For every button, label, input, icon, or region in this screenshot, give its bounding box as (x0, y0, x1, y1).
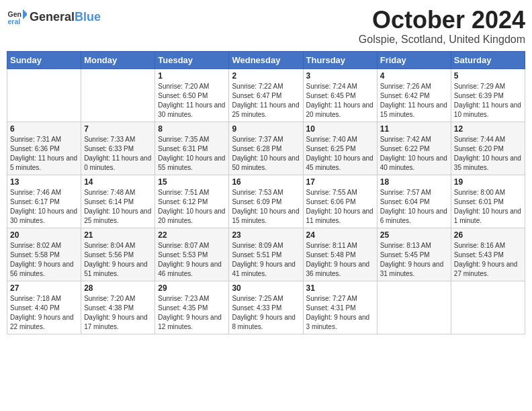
calendar-cell: 19Sunrise: 8:00 AM Sunset: 6:01 PM Dayli… (451, 175, 525, 228)
calendar-week-5: 27Sunrise: 7:18 AM Sunset: 4:40 PM Dayli… (7, 281, 525, 334)
calendar-cell: 20Sunrise: 8:02 AM Sunset: 5:58 PM Dayli… (7, 228, 81, 281)
day-detail: Sunrise: 7:57 AM Sunset: 6:04 PM Dayligh… (380, 188, 448, 226)
day-detail: Sunrise: 7:27 AM Sunset: 4:31 PM Dayligh… (306, 294, 374, 332)
day-detail: Sunrise: 7:29 AM Sunset: 6:39 PM Dayligh… (454, 82, 522, 120)
logo: Gen eral GeneralBlue (7, 7, 101, 27)
day-detail: Sunrise: 7:48 AM Sunset: 6:14 PM Dayligh… (84, 188, 152, 226)
weekday-header-sunday: Sunday (7, 51, 81, 68)
day-number: 21 (84, 230, 152, 240)
calendar-cell: 22Sunrise: 8:07 AM Sunset: 5:53 PM Dayli… (155, 228, 229, 281)
day-number: 10 (306, 124, 374, 134)
day-detail: Sunrise: 7:40 AM Sunset: 6:25 PM Dayligh… (306, 135, 374, 173)
day-number: 20 (10, 230, 78, 240)
day-detail: Sunrise: 7:53 AM Sunset: 6:09 PM Dayligh… (232, 188, 300, 226)
day-number: 12 (454, 124, 522, 134)
day-detail: Sunrise: 7:55 AM Sunset: 6:06 PM Dayligh… (306, 188, 374, 226)
calendar-cell (81, 68, 155, 122)
day-detail: Sunrise: 8:09 AM Sunset: 5:51 PM Dayligh… (232, 241, 300, 279)
day-number: 11 (380, 124, 448, 134)
calendar-cell: 4Sunrise: 7:26 AM Sunset: 6:42 PM Daylig… (377, 68, 451, 122)
calendar-cell: 17Sunrise: 7:55 AM Sunset: 6:06 PM Dayli… (303, 175, 377, 228)
day-detail: Sunrise: 8:07 AM Sunset: 5:53 PM Dayligh… (158, 241, 226, 279)
calendar-cell: 8Sunrise: 7:35 AM Sunset: 6:31 PM Daylig… (155, 122, 229, 175)
day-detail: Sunrise: 8:16 AM Sunset: 5:43 PM Dayligh… (454, 241, 522, 279)
day-detail: Sunrise: 7:46 AM Sunset: 6:17 PM Dayligh… (10, 188, 78, 226)
day-detail: Sunrise: 7:31 AM Sunset: 6:36 PM Dayligh… (10, 135, 78, 173)
day-detail: Sunrise: 7:20 AM Sunset: 4:38 PM Dayligh… (84, 294, 152, 332)
day-number: 9 (232, 124, 300, 134)
day-number: 16 (232, 177, 300, 187)
day-detail: Sunrise: 7:24 AM Sunset: 6:45 PM Dayligh… (306, 82, 374, 120)
page-header: Gen eral GeneralBlue October 2024 Golspi… (7, 7, 525, 46)
day-number: 19 (454, 177, 522, 187)
day-number: 23 (232, 230, 300, 240)
weekday-header-row: SundayMondayTuesdayWednesdayThursdayFrid… (7, 51, 525, 68)
day-number: 28 (84, 283, 152, 293)
day-number: 2 (232, 71, 300, 81)
title-section: October 2024 Golspie, Scotland, United K… (359, 7, 525, 46)
day-detail: Sunrise: 7:18 AM Sunset: 4:40 PM Dayligh… (10, 294, 78, 332)
calendar-cell: 26Sunrise: 8:16 AM Sunset: 5:43 PM Dayli… (451, 228, 525, 281)
logo-general: GeneralBlue (30, 11, 101, 23)
day-detail: Sunrise: 7:44 AM Sunset: 6:20 PM Dayligh… (454, 135, 522, 173)
calendar-cell (451, 281, 525, 334)
calendar-cell: 6Sunrise: 7:31 AM Sunset: 6:36 PM Daylig… (7, 122, 81, 175)
calendar-cell: 5Sunrise: 7:29 AM Sunset: 6:39 PM Daylig… (451, 68, 525, 122)
day-number: 3 (306, 71, 374, 81)
calendar-cell: 2Sunrise: 7:22 AM Sunset: 6:47 PM Daylig… (229, 68, 303, 122)
calendar-cell (7, 68, 81, 122)
day-detail: Sunrise: 7:37 AM Sunset: 6:28 PM Dayligh… (232, 135, 300, 173)
day-number: 6 (10, 124, 78, 134)
calendar-week-4: 20Sunrise: 8:02 AM Sunset: 5:58 PM Dayli… (7, 228, 525, 281)
calendar-cell: 13Sunrise: 7:46 AM Sunset: 6:17 PM Dayli… (7, 175, 81, 228)
day-number: 30 (232, 283, 300, 293)
day-number: 5 (454, 71, 522, 81)
day-detail: Sunrise: 8:13 AM Sunset: 5:45 PM Dayligh… (380, 241, 448, 279)
calendar-cell: 16Sunrise: 7:53 AM Sunset: 6:09 PM Dayli… (229, 175, 303, 228)
calendar-cell: 1Sunrise: 7:20 AM Sunset: 6:50 PM Daylig… (155, 68, 229, 122)
calendar-cell: 11Sunrise: 7:42 AM Sunset: 6:22 PM Dayli… (377, 122, 451, 175)
calendar-cell: 30Sunrise: 7:25 AM Sunset: 4:33 PM Dayli… (229, 281, 303, 334)
calendar-cell: 25Sunrise: 8:13 AM Sunset: 5:45 PM Dayli… (377, 228, 451, 281)
weekday-header-saturday: Saturday (451, 51, 525, 68)
weekday-header-friday: Friday (377, 51, 451, 68)
day-detail: Sunrise: 7:33 AM Sunset: 6:33 PM Dayligh… (84, 135, 152, 173)
day-number: 4 (380, 71, 448, 81)
calendar-table: SundayMondayTuesdayWednesdayThursdayFrid… (7, 51, 525, 334)
day-number: 27 (10, 283, 78, 293)
day-detail: Sunrise: 7:42 AM Sunset: 6:22 PM Dayligh… (380, 135, 448, 173)
day-number: 31 (306, 283, 374, 293)
day-number: 1 (158, 71, 226, 81)
calendar-cell: 31Sunrise: 7:27 AM Sunset: 4:31 PM Dayli… (303, 281, 377, 334)
weekday-header-thursday: Thursday (303, 51, 377, 68)
calendar-cell: 12Sunrise: 7:44 AM Sunset: 6:20 PM Dayli… (451, 122, 525, 175)
day-number: 8 (158, 124, 226, 134)
day-detail: Sunrise: 8:11 AM Sunset: 5:48 PM Dayligh… (306, 241, 374, 279)
calendar-cell: 18Sunrise: 7:57 AM Sunset: 6:04 PM Dayli… (377, 175, 451, 228)
day-detail: Sunrise: 8:04 AM Sunset: 5:56 PM Dayligh… (84, 241, 152, 279)
calendar-cell: 7Sunrise: 7:33 AM Sunset: 6:33 PM Daylig… (81, 122, 155, 175)
day-detail: Sunrise: 7:51 AM Sunset: 6:12 PM Dayligh… (158, 188, 226, 226)
calendar-cell: 14Sunrise: 7:48 AM Sunset: 6:14 PM Dayli… (81, 175, 155, 228)
weekday-header-tuesday: Tuesday (155, 51, 229, 68)
calendar-week-1: 1Sunrise: 7:20 AM Sunset: 6:50 PM Daylig… (7, 68, 525, 122)
calendar-cell: 27Sunrise: 7:18 AM Sunset: 4:40 PM Dayli… (7, 281, 81, 334)
calendar-cell: 9Sunrise: 7:37 AM Sunset: 6:28 PM Daylig… (229, 122, 303, 175)
day-detail: Sunrise: 7:20 AM Sunset: 6:50 PM Dayligh… (158, 82, 226, 120)
svg-marker-2 (23, 9, 27, 19)
day-detail: Sunrise: 7:26 AM Sunset: 6:42 PM Dayligh… (380, 82, 448, 120)
day-number: 14 (84, 177, 152, 187)
day-number: 17 (306, 177, 374, 187)
day-number: 24 (306, 230, 374, 240)
calendar-cell: 3Sunrise: 7:24 AM Sunset: 6:45 PM Daylig… (303, 68, 377, 122)
weekday-header-wednesday: Wednesday (229, 51, 303, 68)
calendar-cell: 24Sunrise: 8:11 AM Sunset: 5:48 PM Dayli… (303, 228, 377, 281)
day-number: 22 (158, 230, 226, 240)
logo-icon: Gen eral (7, 7, 27, 27)
day-detail: Sunrise: 8:02 AM Sunset: 5:58 PM Dayligh… (10, 241, 78, 279)
svg-text:eral: eral (8, 17, 21, 26)
day-number: 7 (84, 124, 152, 134)
day-number: 26 (454, 230, 522, 240)
calendar-cell: 21Sunrise: 8:04 AM Sunset: 5:56 PM Dayli… (81, 228, 155, 281)
month-title: October 2024 (359, 7, 525, 34)
